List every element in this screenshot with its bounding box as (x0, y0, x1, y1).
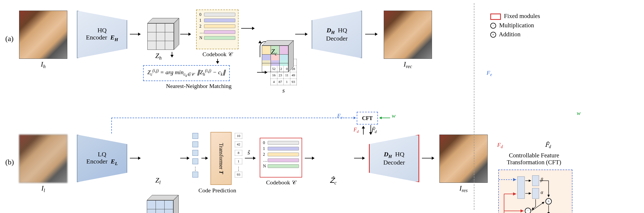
lq-encoder-text: LQ Encoder EL (86, 151, 118, 166)
arrow-icon (305, 158, 314, 158)
hq-decoder-a: DH HQ Decoder (312, 11, 362, 58)
arrow-down-icon (370, 125, 371, 135)
cft-fe-label: Fe (487, 69, 492, 77)
zl-cube (147, 200, 173, 213)
nn-matching-caption: Nearest-Neighbor Matching (143, 83, 254, 90)
input-face-label-a: Ih (19, 60, 67, 69)
num-column: 10 42 8 1 ⋮ 93 (235, 133, 242, 178)
zhatc-label: Ẑc (319, 176, 348, 186)
arrow-up-icon (363, 126, 364, 135)
cft-fdhat-label: F̂d (545, 141, 551, 149)
cft-w-label: w (577, 110, 581, 117)
arrow-icon (245, 158, 255, 158)
hq-decoder-b: DH HQ Decoder (369, 135, 419, 182)
codebook-a-title: Codebook 𝒞 (196, 51, 239, 58)
cft-fd-label: Fd (497, 141, 503, 149)
output-face-b (439, 135, 488, 183)
s-hat-label: ŝ (248, 149, 250, 156)
separator-icon (474, 3, 474, 210)
arrow-icon (180, 34, 191, 34)
nn-matching-box: Zc(i,j) = arg minck∈𝒞 ‖Zh(i,j) − ck‖ (143, 65, 230, 81)
arrow-icon (241, 28, 254, 29)
row-label-b: (b) (5, 158, 14, 166)
fe-path-v (111, 118, 112, 134)
arrow-icon (130, 34, 140, 34)
cft-caption: Controllable Feature Transformation (CFT… (490, 152, 578, 166)
w-label: w (392, 112, 396, 119)
legend: Fixed modules · Multiplication + Additio… (490, 11, 540, 40)
output-face-label-a: Irec (384, 60, 432, 69)
output-face-label-b: Ires (439, 184, 488, 193)
hq-encoder: HQ Encoder EH (77, 11, 127, 58)
hq-decoder-b-text: DH HQ Decoder (383, 151, 405, 166)
w-arrow-icon (380, 118, 390, 118)
arrow-down-icon (172, 52, 172, 57)
hq-encoder-text: HQ Encoder EH (86, 27, 118, 42)
svg-line-11 (532, 202, 544, 211)
fe-label: Fe (337, 112, 342, 120)
fe-path-h (111, 118, 355, 118)
input-face-a (19, 11, 67, 59)
arrow-icon (257, 72, 267, 73)
codebook-b-title: Codebook 𝒞 (260, 179, 302, 186)
transformer: Transformer T (210, 132, 232, 185)
zl-label: Zl (145, 176, 171, 185)
code-pred-caption: Code Prediction (191, 187, 244, 194)
arrow-icon (295, 34, 307, 34)
s-label: s (270, 87, 297, 94)
row-label-a: (a) (5, 34, 14, 43)
input-face-b (19, 135, 67, 183)
cft-box: CFT (357, 112, 378, 125)
codebook-b: 0 1 2 … N (260, 138, 302, 178)
cft-detail: β α · + × w + (498, 170, 572, 213)
arrow-icon (365, 34, 377, 34)
zh-cube (147, 23, 174, 50)
arrow-icon (180, 158, 189, 158)
arrow-icon (422, 158, 434, 158)
arrow-icon (130, 158, 140, 158)
zh-label: Zh (145, 52, 172, 61)
arrow-down-icon (217, 59, 218, 64)
token-column: ⋮ (192, 133, 198, 178)
arrow-up-icon (260, 41, 260, 42)
arrow-icon (201, 158, 208, 158)
arrow-icon (354, 158, 365, 158)
input-face-label-b: Il (19, 184, 67, 193)
fd-label: Fd (354, 127, 359, 134)
codebook-a: 0 1 2 … N (196, 10, 239, 49)
zc-label: Zc (261, 48, 287, 57)
hq-decoder-a-text: DH HQ Decoder (326, 27, 347, 42)
cft-internal-arrows-icon (499, 170, 573, 213)
output-face-a (384, 11, 432, 59)
lq-encoder: LQ Encoder EL (77, 135, 127, 182)
